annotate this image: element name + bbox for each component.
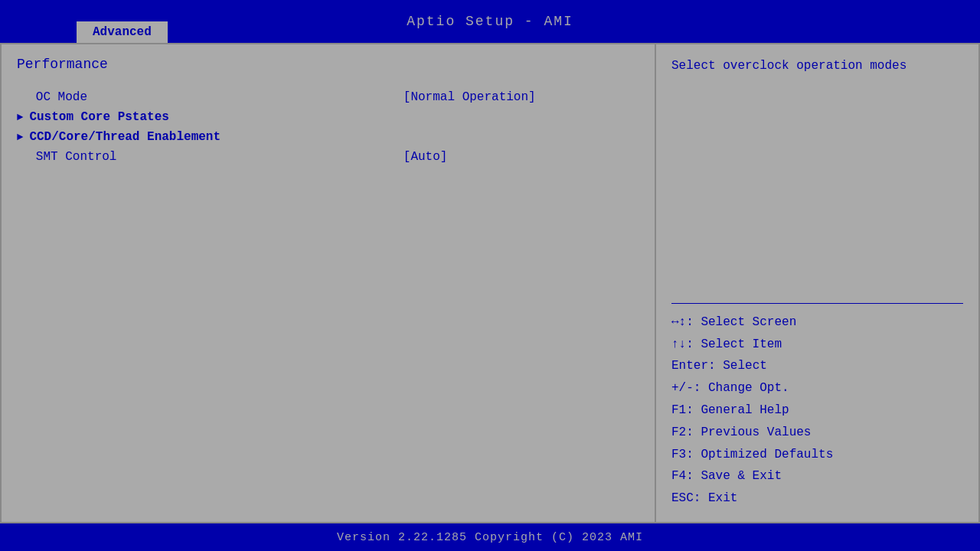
smt-control-value: [Auto] (403, 150, 448, 164)
key-binding-esc: ESC: Exit (671, 487, 963, 510)
right-panel: Select overclock operation modes ↔↕: Sel… (656, 44, 978, 522)
app-title: Aptio Setup - AMI (407, 14, 573, 29)
key-f3: F3: (671, 448, 701, 461)
menu-item-smt-control[interactable]: SMT Control [Auto] (17, 147, 639, 167)
version-text: Version 2.22.1285 Copyright (C) 2023 AMI (337, 531, 643, 544)
no-arrow (17, 91, 30, 103)
menu-item-custom-core-pstates[interactable]: ► Custom Core Pstates (17, 107, 639, 127)
tab-bar: Advanced (77, 21, 168, 43)
tab-advanced[interactable]: Advanced (77, 21, 168, 43)
key-binding-change-opt: +/-: Change Opt. (671, 377, 963, 399)
oc-mode-value: [Normal Operation] (403, 90, 536, 104)
help-text: Select overclock operation modes (671, 57, 963, 295)
key-f1: F1: (671, 403, 701, 417)
divider (671, 303, 963, 304)
main-content: Performance OC Mode [Normal Operation] ►… (0, 43, 980, 523)
key-binding-select-screen: ↔↕: Select Screen (671, 311, 963, 334)
key-binding-f4: F4: Save & Exit (671, 465, 963, 487)
menu-item-ccd-core-thread[interactable]: ► CCD/Core/Thread Enablement (17, 127, 639, 147)
left-panel: Performance OC Mode [Normal Operation] ►… (2, 44, 656, 522)
section-title: Performance (17, 57, 639, 72)
key-updown: ↑↓: (671, 337, 701, 351)
key-binding-f2: F2: Previous Values (671, 422, 963, 444)
key-binding-select-item: ↑↓: Select Item (671, 334, 963, 356)
key-binding-f1: F1: General Help (671, 399, 963, 422)
oc-mode-label: OC Mode (36, 90, 403, 104)
key-f4: F4: (671, 469, 701, 483)
no-arrow-2 (17, 151, 30, 163)
ccd-core-thread-label: CCD/Core/Thread Enablement (29, 130, 397, 144)
submenu-arrow-1: ► (17, 111, 23, 123)
key-esc: ESC: (671, 491, 708, 505)
custom-core-pstates-label: Custom Core Pstates (29, 110, 397, 124)
key-help: ↔↕: Select Screen ↑↓: Select Item Enter:… (671, 311, 963, 510)
key-arrows: ↔↕: (671, 315, 701, 329)
key-f2: F2: (671, 425, 701, 439)
top-bar: Aptio Setup - AMI Advanced (0, 0, 980, 43)
key-plusminus: +/-: (671, 381, 708, 395)
submenu-arrow-2: ► (17, 131, 23, 143)
smt-control-label: SMT Control (36, 150, 403, 164)
menu-item-oc-mode[interactable]: OC Mode [Normal Operation] (17, 87, 639, 107)
key-binding-f3: F3: Optimized Defaults (671, 444, 963, 466)
bottom-bar: Version 2.22.1285 Copyright (C) 2023 AMI (0, 523, 980, 551)
key-binding-enter: Enter: Select (671, 355, 963, 377)
key-enter-label: Enter: (671, 359, 723, 373)
